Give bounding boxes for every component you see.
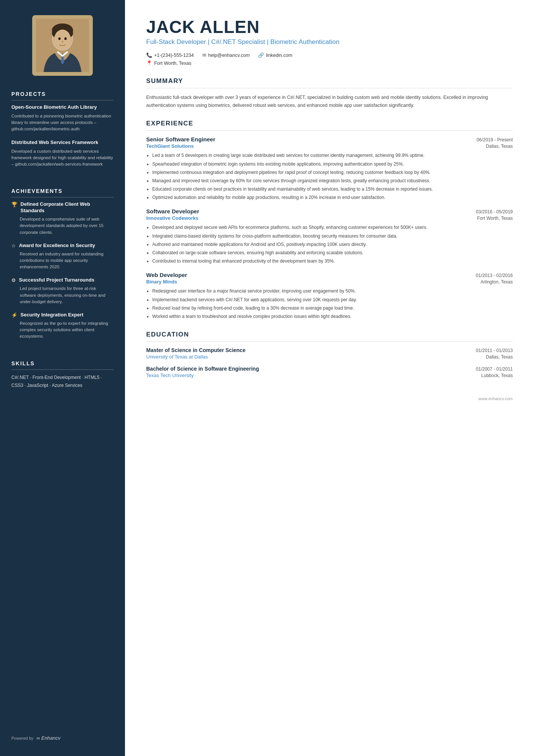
edu-item-1: Master of Science in Computer Science 01… [146,347,513,360]
job-3-role: Web Developer [146,272,187,278]
svg-point-6 [58,38,61,40]
skills-text: C#/.NET · Front-End Development · HTML5 … [11,374,114,390]
achievement-icon-1: 🏆 [11,202,17,207]
list-item: Reduced load time by refining front-end … [152,305,513,312]
achievement-icon-3: ⚙ [11,277,16,283]
candidate-title: Full-Stack Developer | C#/.NET Specialis… [146,38,513,46]
contact-bar: 📞 +1-(234)-555-1234 ✉ help@enhancv.com 🔗… [146,52,513,58]
job-3: Web Developer 01/2013 - 02/2016 Binary M… [146,272,513,320]
job-3-bullets: Redesigned user interface for a major fi… [146,288,513,320]
location-icon: 📍 [146,60,152,66]
footer-website: www.enhancv.com [478,396,513,401]
job-3-company: Binary Minds [146,279,177,285]
achievement-item-4: ⚡ Security Integration Expert Recognized… [11,312,114,340]
job-1: Senior Software Engineer 06/2019 - Prese… [146,136,513,201]
achievement-item-1: 🏆 Defined Corporate Client Web Standards… [11,201,114,236]
phone-icon: 📞 [146,52,152,58]
achievement-title-2: Award for Excellence in Security [19,243,95,249]
list-item: Optimized automation and reliability for… [152,194,513,201]
svg-point-8 [62,41,63,43]
achievement-desc-2: Received an industry award for outstandi… [11,251,114,271]
edu-2-location: Lubbock, Texas [481,373,513,378]
list-item: Led a team of 5 developers in creating l… [152,152,513,159]
project-item-2: Distributed Web Services Framework Devel… [11,139,114,168]
achievements-section: ACHIEVEMENTS 🏆 Defined Corporate Client … [11,188,114,346]
projects-title: PROJECTS [11,91,114,100]
achievement-title-3: Successful Project Turnarounds [19,277,94,283]
experience-section: EXPERIENCE Senior Software Engineer 06/2… [146,120,513,320]
job-2-location: Fort Worth, Texas [477,216,513,221]
avatar [32,15,93,76]
edu-2-degree: Bachelor of Science in Software Engineer… [146,366,259,372]
email-icon: ✉ [202,52,206,58]
main-footer: www.enhancv.com [146,389,513,401]
job-2-role: Software Developer [146,208,199,214]
achievement-icon-2: ☆ [11,243,16,249]
achievement-title-1: Defined Corporate Client Web Standards [20,201,114,214]
list-item: Developed and deployed secure web APIs f… [152,224,513,231]
job-2: Software Developer 03/2016 - 05/2019 Inn… [146,208,513,265]
list-item: Collaborated on large-scale software ser… [152,249,513,257]
job-1-company: TechGiant Solutions [146,143,194,149]
edu-1-school: University of Texas at Dallas [146,354,208,360]
job-1-dates: 06/2019 - Present [477,137,513,142]
list-item: Managed and improved test coverage by 60… [152,177,513,185]
list-item: Implemented continuous integration and d… [152,169,513,176]
list-item: Authored and maintained mobile applicati… [152,241,513,248]
project-1-desc: Contributed to a pioneering biometric au… [11,113,114,133]
job-2-bullets: Developed and deployed secure web APIs f… [146,224,513,265]
svg-point-7 [64,38,67,40]
list-item: Contributed to internal tooling that enh… [152,258,513,265]
achievement-desc-3: Led project turnarounds for three at-ris… [11,285,114,305]
skills-title: SKILLS [11,360,114,370]
location-bar: 📍 Fort Worth, Texas [146,60,513,66]
linkedin-icon: 🔗 [258,52,264,58]
list-item: Integrated claims-based identity systems… [152,233,513,240]
achievement-desc-1: Developed a comprehensive suite of web d… [11,216,114,236]
edu-item-2: Bachelor of Science in Software Engineer… [146,366,513,378]
sidebar-footer: Powered by ∞ Enhancv [11,728,114,741]
projects-section: PROJECTS Open-Source Biometric Auth Libr… [11,91,114,174]
enhancv-logo: ∞ Enhancv [36,735,60,741]
job-2-company: Innovative Codeworks [146,215,198,221]
project-1-title: Open-Source Biometric Auth Library [11,104,114,111]
sidebar: PROJECTS Open-Source Biometric Auth Libr… [0,0,125,756]
candidate-name: JACK ALLEN [146,18,513,36]
edu-1-location: Dallas, Texas [486,354,513,360]
job-3-location: Arlington, Texas [481,279,513,285]
phone-contact: 📞 +1-(234)-555-1234 [146,52,194,58]
job-1-location: Dallas, Texas [486,144,513,149]
project-item-1: Open-Source Biometric Auth Library Contr… [11,104,114,133]
edu-2-school: Texas Tech University [146,373,194,378]
education-section: EDUCATION Master of Science in Computer … [146,331,513,378]
linkedin-url: linkedin.com [266,53,292,58]
list-item: Redesigned user interface for a major fi… [152,288,513,295]
edu-1-degree: Master of Science in Computer Science [146,347,245,353]
linkedin-contact: 🔗 linkedin.com [258,52,292,58]
email-contact: ✉ help@enhancv.com [202,52,250,58]
email-address: help@enhancv.com [208,53,250,58]
powered-by-label: Powered by [11,736,33,740]
summary-text: Enthusiastic full-stack developer with o… [146,94,513,109]
header-section: JACK ALLEN Full-Stack Developer | C#/.NE… [146,18,513,66]
achievement-icon-4: ⚡ [11,312,17,318]
skills-section: SKILLS C#/.NET · Front-End Development ·… [11,360,114,390]
job-1-bullets: Led a team of 5 developers in creating l… [146,152,513,201]
phone-number: +1-(234)-555-1234 [154,53,194,58]
job-1-role: Senior Software Engineer [146,136,215,142]
achievement-item-3: ⚙ Successful Project Turnarounds Led pro… [11,277,114,305]
education-title: EDUCATION [146,331,513,342]
achievement-title-4: Security Integration Expert [20,312,83,318]
list-item: Implemented backend services with C#/.NE… [152,296,513,304]
list-item: Worked within a team to troubleshoot and… [152,313,513,320]
location-text: Fort Worth, Texas [154,61,191,66]
experience-title: EXPERIENCE [146,120,513,131]
achievement-desc-4: Recognized as the go-to expert for integ… [11,320,114,340]
job-2-dates: 03/2016 - 05/2019 [476,209,513,214]
job-3-dates: 01/2013 - 02/2016 [476,273,513,278]
achievement-item-2: ☆ Award for Excellence in Security Recei… [11,243,114,271]
svg-point-5 [54,30,71,49]
list-item: Educated corporate clients on best pract… [152,186,513,193]
achievements-title: ACHIEVEMENTS [11,188,114,197]
project-2-desc: Developed a custom distributed web servi… [11,148,114,168]
